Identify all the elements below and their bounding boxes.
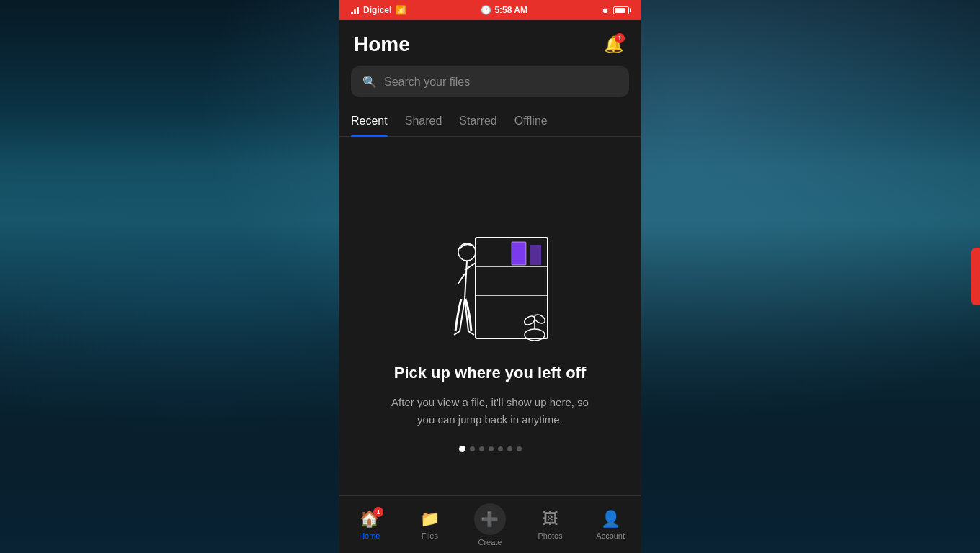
empty-state-subtitle: After you view a file, it'll show up her… — [382, 394, 598, 428]
record-icon: ⏺ — [602, 6, 609, 14]
search-bar[interactable]: 🔍 Search your files — [351, 66, 629, 97]
svg-rect-3 — [512, 242, 526, 265]
carrier-name: Digicel — [363, 5, 391, 15]
app-header: Home 🔔 1 — [339, 20, 641, 66]
empty-state-illustration — [418, 180, 562, 346]
signal-icon — [351, 6, 359, 14]
create-label: Create — [478, 538, 502, 547]
files-icon: 📁 — [420, 510, 440, 529]
photos-icon: 🖼 — [543, 510, 558, 529]
search-icon: 🔍 — [362, 75, 377, 89]
search-placeholder: Search your files — [384, 76, 470, 89]
dot-7[interactable] — [517, 446, 522, 451]
main-content: Pick up where you left off After you vie… — [339, 137, 641, 495]
dot-6[interactable] — [507, 446, 512, 451]
search-container: 🔍 Search your files — [339, 66, 641, 109]
dot-3[interactable] — [479, 446, 484, 451]
battery-indicator — [613, 6, 629, 14]
app-content: Home 🔔 1 🔍 Search your files Recent Shar… — [339, 20, 641, 553]
notification-button[interactable]: 🔔 1 — [600, 32, 626, 58]
notification-badge: 1 — [615, 33, 625, 43]
empty-state-title: Pick up where you left off — [394, 363, 586, 384]
tab-offline[interactable]: Offline — [514, 109, 548, 136]
tab-starred[interactable]: Starred — [459, 109, 496, 136]
status-right: ⏺ — [602, 6, 629, 14]
status-bar: Digicel 📶 🕐 5:58 AM ⏺ — [339, 0, 641, 20]
right-edge-accent — [971, 248, 980, 305]
wifi-icon: 📶 — [396, 5, 406, 15]
tab-recent[interactable]: Recent — [351, 109, 388, 136]
dot-2[interactable] — [470, 446, 475, 451]
status-center: 🕐 5:58 AM — [481, 5, 527, 15]
account-label: Account — [596, 531, 625, 540]
account-icon: 👤 — [601, 510, 620, 529]
home-badge: 1 — [373, 507, 383, 517]
photos-label: Photos — [538, 531, 562, 540]
status-time: 5:58 AM — [494, 5, 527, 15]
dot-5[interactable] — [498, 446, 503, 451]
bottom-nav: 🏠 1 Home 📁 Files ➕ Create 🖼 Photos 👤 Acc… — [339, 495, 641, 553]
tabs-container: Recent Shared Starred Offline — [339, 109, 641, 137]
create-icon: ➕ — [474, 503, 506, 535]
nav-files[interactable]: 📁 Files — [400, 504, 460, 546]
svg-rect-4 — [530, 245, 541, 265]
pagination-dots — [459, 446, 522, 452]
files-label: Files — [422, 531, 438, 540]
home-label: Home — [359, 531, 380, 540]
nav-home[interactable]: 🏠 1 Home — [339, 504, 400, 546]
status-left: Digicel 📶 — [351, 5, 406, 15]
battery-fill — [615, 8, 625, 13]
nav-account[interactable]: 👤 Account — [580, 504, 641, 546]
clock-icon: 🕐 — [481, 5, 491, 15]
nav-photos[interactable]: 🖼 Photos — [520, 504, 581, 546]
nav-create[interactable]: ➕ Create — [460, 498, 520, 552]
phone-frame: Digicel 📶 🕐 5:58 AM ⏺ Home 🔔 1 🔍 — [339, 0, 641, 553]
home-icon: 🏠 1 — [360, 510, 379, 529]
dot-4[interactable] — [489, 446, 494, 451]
tab-shared[interactable]: Shared — [405, 109, 442, 136]
bookshelf-illustration — [418, 180, 562, 346]
dot-1[interactable] — [459, 446, 466, 452]
page-title: Home — [354, 33, 410, 56]
